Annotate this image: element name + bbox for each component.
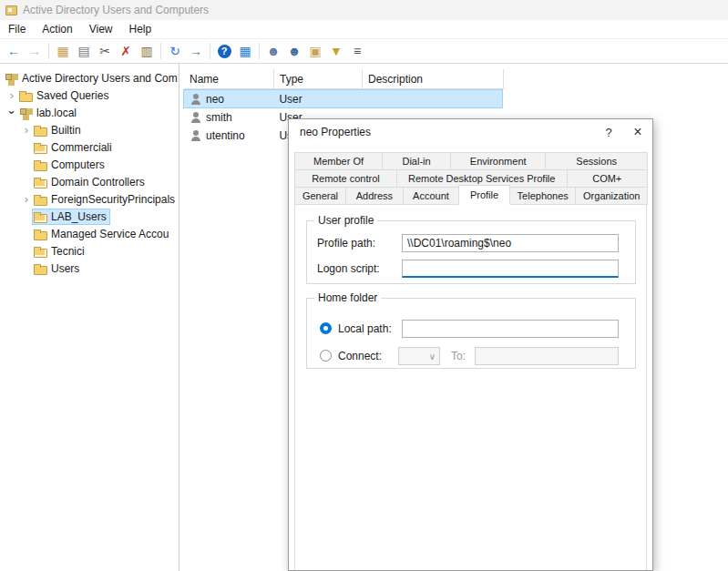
folder-icon [18, 88, 34, 103]
tab-com-plus[interactable]: COM+ [567, 169, 648, 188]
tab-general[interactable]: General [294, 187, 346, 205]
tree-item-lab-users[interactable]: LAB_Users [0, 208, 179, 225]
app-icon [5, 5, 17, 15]
paste-icon[interactable]: ▥ [137, 41, 157, 61]
tab-organization[interactable]: Organization [575, 187, 648, 205]
tree-item-domain-controllers[interactable]: Domain Controllers [0, 173, 179, 190]
tab-profile[interactable]: Profile [458, 185, 510, 205]
tree-item-commerciali[interactable]: Commerciali [0, 138, 179, 156]
close-icon[interactable]: × [623, 119, 652, 145]
folder-icon [33, 158, 48, 172]
tree-item-label: Computers [48, 158, 108, 171]
properties-icon[interactable]: ▦ [235, 41, 255, 61]
chevron-down-icon [429, 350, 436, 362]
tree-item-saved-queries[interactable]: Saved Queries [0, 87, 179, 104]
folder-icon [33, 261, 48, 276]
tree-item-foreign-security-principals[interactable]: ForeignSecurityPrincipals [0, 190, 179, 208]
properties-dialog: neo Properties ? × Member Of Dial-in Env… [288, 118, 653, 571]
group-title: User profile [314, 214, 377, 227]
tab-sessions[interactable]: Sessions [545, 152, 648, 170]
to-label: To: [451, 349, 466, 363]
local-path-radio[interactable] [320, 322, 332, 334]
menu-file[interactable]: File [0, 20, 34, 38]
menu-bar: File Action View Help [0, 20, 728, 39]
tab-remote-control[interactable]: Remote control [294, 169, 397, 188]
connect-label: Connect: [338, 349, 382, 363]
user-icon [190, 93, 202, 106]
tree-item-lab-local[interactable]: lab.local [0, 104, 179, 121]
export-list-icon[interactable]: ▤ [74, 41, 94, 61]
group-title: Home folder [314, 291, 381, 304]
tab-account[interactable]: Account [403, 187, 459, 205]
toolbar-separator [160, 43, 161, 59]
tree-item-managed-service-accounts[interactable]: Managed Service Accou [0, 225, 179, 242]
dialog-help-button[interactable]: ? [594, 119, 623, 145]
tree-item-label: Saved Queries [34, 89, 111, 102]
dialog-title: neo Properties [300, 126, 594, 138]
tab-dial-in[interactable]: Dial-in [382, 152, 451, 170]
tree-item-root[interactable]: Active Directory Users and Com [0, 69, 179, 87]
tree-item-tecnici[interactable]: Tecnici [0, 242, 179, 260]
user-icon [190, 111, 202, 124]
user-profile-group: User profile Profile path: Logon script: [306, 220, 636, 284]
chevron-right-icon[interactable] [5, 88, 18, 102]
connect-radio[interactable] [320, 350, 332, 362]
column-header-name[interactable]: Name [184, 69, 274, 88]
back-icon[interactable]: ← [4, 41, 24, 61]
menu-help[interactable]: Help [121, 20, 160, 38]
chevron-right-icon[interactable] [20, 192, 33, 206]
tree-item-builtin[interactable]: Builtin [0, 121, 179, 138]
ou-folder-icon [33, 209, 48, 224]
connect-to-input[interactable] [475, 347, 619, 365]
add-ou-icon[interactable]: ▣ [305, 41, 325, 61]
toolbar-separator [48, 43, 49, 59]
chevron-right-icon[interactable] [20, 123, 33, 137]
tab-environment[interactable]: Environment [450, 152, 546, 170]
user-icon [190, 129, 202, 142]
tree-item-label: Users [48, 262, 82, 275]
tree-item-label: lab.local [34, 107, 79, 119]
ou-folder-icon [33, 140, 48, 155]
tree-item-label: Tecnici [48, 245, 87, 258]
chevron-down-icon[interactable] [5, 106, 18, 119]
cut-icon[interactable]: ✂ [95, 41, 115, 61]
domain-icon [18, 106, 34, 120]
table-row[interactable]: neo User [184, 90, 502, 107]
menu-view[interactable]: View [81, 20, 121, 38]
tree-item-computers[interactable]: Computers [0, 156, 179, 173]
logon-script-label: Logon script: [317, 260, 380, 278]
delete-icon[interactable]: ✗ [116, 41, 136, 61]
refresh-icon[interactable]: ↻ [165, 41, 185, 61]
list-icon[interactable]: ≡ [347, 41, 367, 61]
folder-icon [33, 227, 48, 241]
tree-item-label: Active Directory Users and Com [19, 72, 179, 85]
folder-icon [33, 123, 48, 138]
drive-letter-select[interactable] [398, 347, 440, 365]
export-icon[interactable]: → [186, 41, 206, 61]
tree-item-label: Commerciali [48, 141, 115, 154]
title-bar: Active Directory Users and Computers [0, 0, 728, 20]
profile-path-input[interactable] [402, 234, 619, 252]
tab-strip: Member Of Dial-in Environment Sessions R… [294, 152, 647, 204]
menu-action[interactable]: Action [34, 20, 80, 38]
tab-telephones[interactable]: Telephones [509, 187, 576, 205]
local-path-input[interactable] [402, 320, 619, 338]
row-name: smith [206, 111, 232, 124]
help-icon[interactable]: ? [214, 41, 234, 61]
column-header-type[interactable]: Type [274, 69, 363, 88]
tree-item-label: Domain Controllers [48, 176, 148, 189]
tab-member-of[interactable]: Member Of [294, 152, 383, 170]
local-path-label: Local path: [338, 321, 392, 336]
profile-tab-page: User profile Profile path: Logon script:… [294, 204, 647, 570]
tree-item-label: Managed Service Accou [48, 228, 171, 240]
tab-address[interactable]: Address [345, 187, 404, 205]
column-header-description[interactable]: Description [363, 69, 504, 88]
tree-item-users[interactable]: Users [0, 260, 179, 277]
filter-icon[interactable]: ▼ [326, 41, 346, 61]
forward-icon[interactable]: → [25, 41, 45, 61]
logon-script-input[interactable] [402, 260, 619, 278]
add-group-icon[interactable]: ☻ [284, 41, 304, 61]
selected-tree-item[interactable]: LAB_Users [33, 209, 109, 224]
show-console-tree-icon[interactable]: ▦ [53, 41, 73, 61]
add-user-icon[interactable]: ☻ [263, 41, 283, 61]
